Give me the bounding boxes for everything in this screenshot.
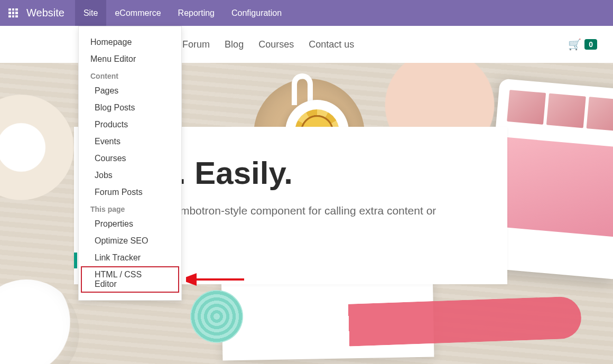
top-navbar: Website Site eCommerce Reporting Configu… — [0, 0, 613, 26]
dd-section-this-page: This page — [79, 201, 181, 216]
dd-courses[interactable]: Courses — [79, 150, 181, 167]
dd-blog-posts[interactable]: Blog Posts — [79, 99, 181, 116]
cart-icon: 🛒 — [568, 38, 581, 51]
nav-blog[interactable]: Blog — [225, 39, 244, 50]
annotation-arrow — [186, 272, 249, 287]
arrow-icon — [186, 272, 249, 287]
dd-jobs[interactable]: Jobs — [79, 167, 181, 184]
dd-forum-posts[interactable]: Forum Posts — [79, 184, 181, 201]
cart-button[interactable]: 🛒 0 — [568, 38, 597, 51]
dd-pages[interactable]: Pages — [79, 82, 181, 99]
topnav-reporting[interactable]: Reporting — [170, 0, 223, 26]
dd-optimize-seo[interactable]: Optimize SEO — [79, 232, 181, 249]
nav-forum[interactable]: Forum — [182, 39, 210, 50]
dd-section-content: Content — [79, 68, 181, 82]
dd-menu-editor[interactable]: Menu Editor — [79, 51, 181, 68]
dd-properties[interactable]: Properties — [79, 216, 181, 232]
module-title[interactable]: Website — [26, 7, 64, 19]
topnav-configuration[interactable]: Configuration — [223, 0, 290, 26]
cart-count-badge: 0 — [584, 39, 597, 50]
apps-grid-icon[interactable] — [0, 0, 26, 26]
dd-events[interactable]: Events — [79, 133, 181, 150]
dd-html-css-editor[interactable]: HTML / CSS Editor — [81, 266, 179, 293]
dd-link-tracker[interactable]: Link Tracker — [79, 249, 181, 266]
dd-homepage[interactable]: Homepage — [79, 34, 181, 51]
topnav-site[interactable]: Site — [75, 0, 107, 26]
topnav-ecommerce[interactable]: eCommerce — [106, 0, 169, 26]
dd-products[interactable]: Products — [79, 116, 181, 133]
nav-contact[interactable]: Contact us — [309, 39, 354, 50]
cta-edge — [74, 253, 77, 268]
nav-courses[interactable]: Courses — [258, 39, 294, 50]
site-dropdown-menu: Homepage Menu Editor Content Pages Blog … — [78, 26, 182, 301]
